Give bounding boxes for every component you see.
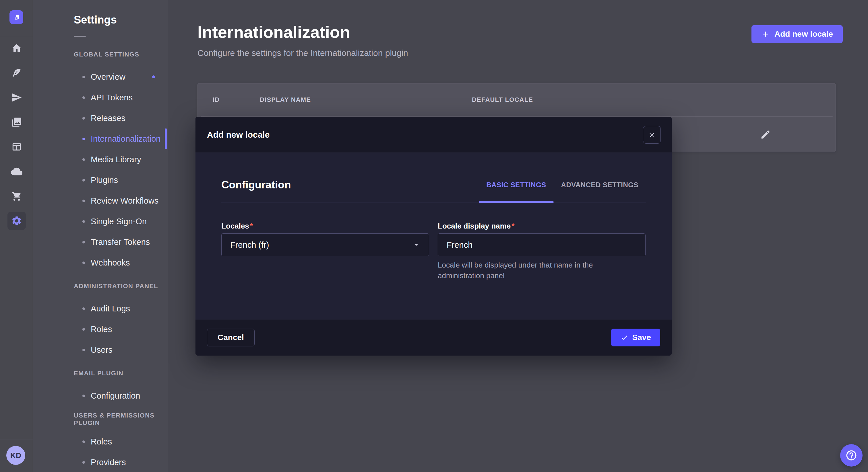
sidebar-item-audit-logs[interactable]: Audit Logs [33, 298, 167, 319]
sidebar-item-admin-users[interactable]: Users [33, 339, 167, 360]
section-users-permissions-plugin: USERS & PERMISSIONS PLUGIN Roles Provide… [33, 415, 167, 472]
sidebar-item-label: Overview [91, 72, 125, 82]
sidebar-item-plugins[interactable]: Plugins [33, 170, 167, 191]
add-locale-modal: Add new locale Configuration BASIC SETTI… [195, 117, 672, 356]
display-name-input[interactable] [438, 233, 646, 256]
locales-field: Locales* French (fr) [221, 222, 429, 281]
tab-advanced-settings[interactable]: ADVANCED SETTINGS [554, 179, 646, 191]
sidebar-item-releases[interactable]: Releases [33, 108, 167, 129]
strapi-logo-icon [12, 13, 20, 21]
active-indicator-bar [165, 129, 167, 149]
bullet-icon [82, 461, 85, 464]
tab-basic-settings[interactable]: BASIC SETTINGS [479, 179, 553, 191]
bullet-icon [82, 241, 85, 243]
layout-icon [11, 141, 22, 152]
sidebar-item-label: Releases [91, 113, 125, 123]
rail-item-settings[interactable] [0, 208, 33, 233]
gear-icon [11, 215, 22, 226]
sidebar-item-up-roles[interactable]: Roles [33, 431, 167, 452]
sidebar-item-up-providers[interactable]: Providers [33, 452, 167, 472]
sidebar-item-api-tokens[interactable]: API Tokens [33, 87, 167, 108]
section-header: EMAIL PLUGIN [33, 369, 167, 377]
settings-active-tile [7, 212, 26, 230]
bullet-icon [82, 349, 85, 351]
rail-item-home[interactable] [0, 36, 33, 61]
locales-label: Locales* [221, 222, 429, 231]
close-modal-button[interactable] [643, 126, 661, 144]
chevron-down-icon [412, 241, 420, 249]
rail-divider-bottom [0, 440, 33, 440]
locales-select[interactable]: French (fr) [221, 233, 429, 256]
sidebar-item-label: Review Workflows [91, 196, 158, 206]
configuration-title: Configuration [221, 179, 291, 191]
page-subtitle: Configure the settings for the Internati… [197, 48, 408, 58]
strapi-logo[interactable] [9, 10, 23, 24]
sidebar-item-overview[interactable]: Overview [33, 67, 167, 87]
avatar[interactable]: KD [6, 446, 25, 465]
sidebar-item-review-workflows[interactable]: Review Workflows [33, 191, 167, 211]
modal-header: Add new locale [195, 117, 672, 153]
bullet-icon [82, 200, 85, 202]
rail-item-content[interactable] [0, 61, 33, 85]
bullet-icon [82, 262, 85, 264]
cancel-button[interactable]: Cancel [207, 329, 255, 346]
modal-body: Configuration BASIC SETTINGS ADVANCED SE… [195, 153, 672, 319]
sidebar-item-label: Transfer Tokens [91, 237, 150, 247]
sidebar-item-label: Internationalization [91, 134, 160, 144]
required-asterisk: * [512, 222, 515, 230]
bullet-icon [82, 158, 85, 161]
bullet-icon [82, 220, 85, 223]
pencil-icon [760, 129, 771, 140]
column-header-id: ID [213, 96, 220, 103]
cloud-icon [11, 166, 22, 177]
sidebar-item-single-sign-on[interactable]: Single Sign-On [33, 211, 167, 232]
column-header-display-name: DISPLAY NAME [260, 96, 311, 103]
bullet-icon [82, 307, 85, 310]
save-button[interactable]: Save [611, 329, 660, 346]
bullet-icon [82, 179, 85, 181]
rail-item-deploy[interactable] [0, 159, 33, 184]
feather-icon [11, 67, 22, 78]
sidebar-item-label: Webhooks [91, 258, 130, 268]
sidebar-item-media-library[interactable]: Media Library [33, 149, 167, 170]
bullet-icon [82, 440, 85, 443]
section-header: GLOBAL SETTINGS [33, 50, 167, 59]
rail-item-content-type-builder[interactable] [0, 134, 33, 159]
page-title: Internationalization [197, 22, 350, 42]
paper-plane-icon [11, 92, 22, 103]
tabs-divider [221, 202, 646, 202]
help-button[interactable] [840, 444, 863, 467]
required-asterisk: * [250, 222, 253, 230]
images-icon [11, 117, 22, 128]
rail-item-marketplace[interactable] [0, 184, 33, 208]
sidebar-item-admin-roles[interactable]: Roles [33, 319, 167, 339]
cart-icon [11, 191, 22, 202]
rail-item-media-library[interactable] [0, 110, 33, 134]
save-button-label: Save [632, 333, 651, 342]
section-header: USERS & PERMISSIONS PLUGIN [33, 415, 167, 423]
add-new-locale-label: Add new locale [774, 30, 833, 39]
sidebar-item-label: Single Sign-On [91, 217, 147, 226]
add-new-locale-button[interactable]: Add new locale [751, 25, 843, 43]
sidebar-item-label: Roles [91, 325, 112, 334]
sidebar-item-webhooks[interactable]: Webhooks [33, 252, 167, 273]
check-icon [620, 334, 628, 341]
rail-item-releases[interactable] [0, 85, 33, 110]
sidebar-item-email-configuration[interactable]: Configuration [33, 385, 167, 406]
edit-locale-button[interactable] [758, 127, 773, 142]
column-header-default-locale: DEFAULT LOCALE [472, 96, 533, 103]
settings-sidebar: Settings GLOBAL SETTINGS Overview API To… [33, 0, 168, 472]
bullet-icon [82, 138, 85, 140]
main-nav-rail: KD [0, 0, 33, 472]
locales-select-value: French (fr) [230, 240, 269, 250]
sidebar-item-internationalization[interactable]: Internationalization [33, 129, 167, 149]
bullet-icon [82, 76, 85, 78]
sidebar-item-transfer-tokens[interactable]: Transfer Tokens [33, 232, 167, 252]
sidebar-item-label: Users [91, 345, 113, 355]
sidebar-item-label: Plugins [91, 175, 118, 185]
section-email-plugin: EMAIL PLUGIN Configuration [33, 369, 167, 406]
settings-tabs: BASIC SETTINGS ADVANCED SETTINGS [479, 179, 646, 191]
display-name-hint: Locale will be displayed under that name… [438, 260, 636, 281]
home-icon [11, 43, 22, 54]
sidebar-item-label: Media Library [91, 155, 141, 164]
